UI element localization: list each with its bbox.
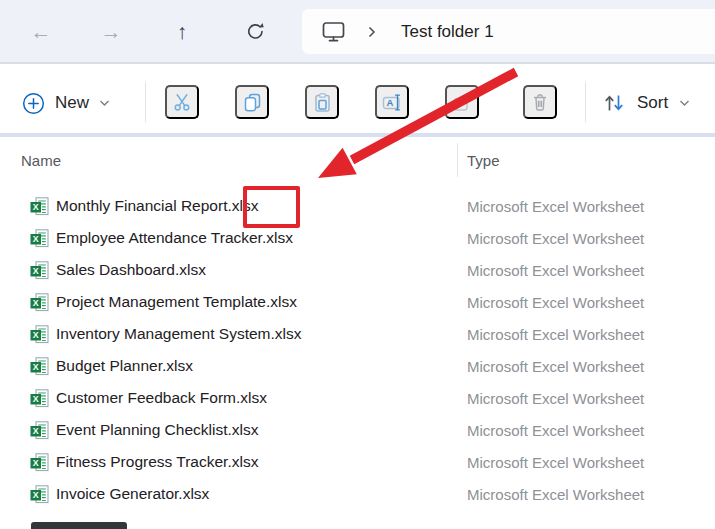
file-row[interactable]: X Event Planning Checklist.xlsx Microsof… <box>0 414 715 446</box>
file-name: Project Management Template.xlsx <box>56 293 297 311</box>
file-type: Microsoft Excel Worksheet <box>467 262 644 279</box>
svg-text:A: A <box>386 97 393 108</box>
up-arrow-icon: ↑ <box>177 21 188 42</box>
panel-divider <box>0 133 715 137</box>
file-type: Microsoft Excel Worksheet <box>467 454 644 471</box>
clipped-row-remnant <box>31 522 127 529</box>
rename-icon: A <box>382 92 403 113</box>
svg-text:X: X <box>33 202 39 212</box>
list-header: Name Type <box>0 143 715 177</box>
file-name: Budget Planner.xlsx <box>56 357 193 375</box>
command-toolbar: New <box>0 64 715 133</box>
excel-file-icon: X <box>30 229 49 248</box>
this-pc-monitor-icon <box>320 20 347 43</box>
share-button[interactable] <box>445 85 479 119</box>
refresh-icon <box>245 21 266 42</box>
paste-button[interactable] <box>305 85 339 119</box>
navigation-bar: ← → ↑ Test <box>0 0 715 64</box>
file-name: Inventory Management System.xlsx <box>56 325 302 343</box>
file-type: Microsoft Excel Worksheet <box>467 486 644 503</box>
file-name: Monthly Financial Report.xlsx <box>56 197 258 215</box>
sort-arrows-icon <box>602 93 626 113</box>
file-type: Microsoft Excel Worksheet <box>467 326 644 343</box>
excel-file-icon: X <box>30 293 49 312</box>
column-header-type[interactable]: Type <box>467 152 500 169</box>
new-button-label: New <box>55 93 89 113</box>
excel-file-icon: X <box>30 197 49 216</box>
svg-text:X: X <box>33 298 39 308</box>
clipboard-paste-icon <box>312 92 333 113</box>
file-row[interactable]: X Fitness Progress Tracker.xlsx Microsof… <box>0 446 715 478</box>
copy-button[interactable] <box>235 85 269 119</box>
back-arrow-icon: ← <box>31 21 52 42</box>
plus-circle-icon <box>22 92 45 115</box>
up-button[interactable]: ↑ <box>163 12 201 50</box>
file-name: Fitness Progress Tracker.xlsx <box>56 453 258 471</box>
file-type: Microsoft Excel Worksheet <box>467 358 644 375</box>
svg-text:X: X <box>33 266 39 276</box>
forward-button[interactable]: → <box>92 12 130 50</box>
file-type: Microsoft Excel Worksheet <box>467 198 644 215</box>
svg-text:X: X <box>33 490 39 500</box>
sort-button-label: Sort <box>637 93 668 113</box>
file-name: Sales Dashboard.xlsx <box>56 261 206 279</box>
chevron-right-icon <box>367 26 377 38</box>
svg-text:X: X <box>33 458 39 468</box>
svg-text:X: X <box>33 426 39 436</box>
trash-icon <box>530 92 550 113</box>
scissors-icon <box>172 92 192 112</box>
file-row[interactable]: X Employee Attendance Tracker.xlsx Micro… <box>0 222 715 254</box>
svg-text:X: X <box>33 394 39 404</box>
column-header-name[interactable]: Name <box>21 152 61 169</box>
refresh-button[interactable] <box>236 12 274 50</box>
file-name: Customer Feedback Form.xlsx <box>56 389 267 407</box>
file-row[interactable]: X Sales Dashboard.xlsx Microsoft Excel W… <box>0 254 715 286</box>
cut-button[interactable] <box>165 85 199 119</box>
sort-button[interactable]: Sort <box>602 88 690 118</box>
svg-text:X: X <box>33 330 39 340</box>
file-list: X Monthly Financial Report.xlsx Microsof… <box>0 190 715 510</box>
rename-button[interactable]: A <box>375 85 409 119</box>
excel-file-icon: X <box>30 453 49 472</box>
file-name: Invoice Generator.xlsx <box>56 485 209 503</box>
file-explorer-window: ← → ↑ Test <box>0 0 715 529</box>
toolbar-separator <box>585 82 586 122</box>
back-button[interactable]: ← <box>22 12 60 50</box>
file-name: Employee Attendance Tracker.xlsx <box>56 229 293 247</box>
file-row[interactable]: X Project Management Template.xlsx Micro… <box>0 286 715 318</box>
address-bar[interactable]: Test folder 1 <box>302 9 715 54</box>
delete-button[interactable] <box>523 85 557 119</box>
svg-text:X: X <box>33 362 39 372</box>
file-row[interactable]: X Inventory Management System.xlsx Micro… <box>0 318 715 350</box>
excel-file-icon: X <box>30 325 49 344</box>
file-row[interactable]: X Monthly Financial Report.xlsx Microsof… <box>0 190 715 222</box>
excel-file-icon: X <box>30 421 49 440</box>
chevron-down-icon <box>679 99 690 107</box>
chevron-down-icon <box>99 99 110 107</box>
file-type: Microsoft Excel Worksheet <box>467 230 644 247</box>
svg-text:X: X <box>33 234 39 244</box>
column-separator[interactable] <box>457 143 458 177</box>
breadcrumb-location[interactable]: Test folder 1 <box>401 22 494 42</box>
file-row[interactable]: X Budget Planner.xlsx Microsoft Excel Wo… <box>0 350 715 382</box>
file-type: Microsoft Excel Worksheet <box>467 294 644 311</box>
excel-file-icon: X <box>30 357 49 376</box>
toolbar-separator <box>145 82 146 122</box>
file-type: Microsoft Excel Worksheet <box>467 422 644 439</box>
excel-file-icon: X <box>30 485 49 504</box>
file-row[interactable]: X Invoice Generator.xlsx Microsoft Excel… <box>0 478 715 510</box>
file-type: Microsoft Excel Worksheet <box>467 390 644 407</box>
forward-arrow-icon: → <box>101 21 122 42</box>
excel-file-icon: X <box>30 261 49 280</box>
copy-icon <box>242 92 263 113</box>
file-name: Event Planning Checklist.xlsx <box>56 421 258 439</box>
excel-file-icon: X <box>30 389 49 408</box>
file-row[interactable]: X Customer Feedback Form.xlsx Microsoft … <box>0 382 715 414</box>
new-button[interactable]: New <box>22 88 110 118</box>
share-icon <box>452 92 473 113</box>
